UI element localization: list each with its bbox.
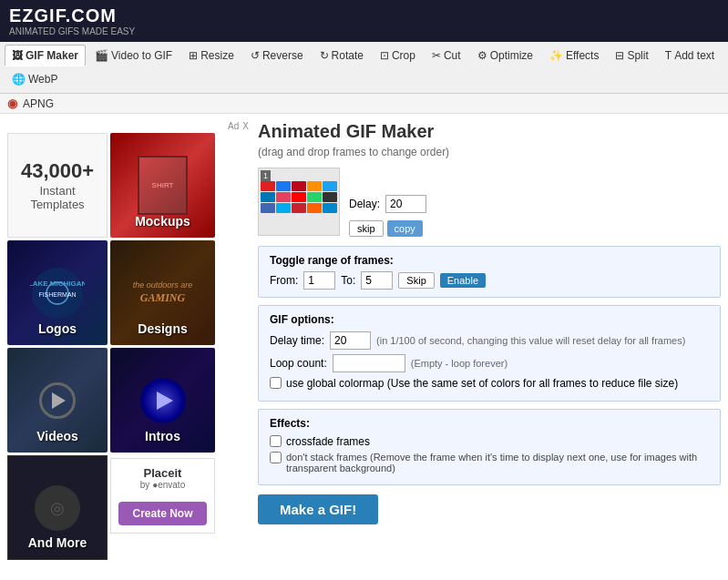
nav-webp[interactable]: 🌐 WebP xyxy=(5,68,65,90)
ad-intros-label: Intros xyxy=(110,429,215,443)
page-subtitle: (drag and drop frames to change order) xyxy=(258,146,721,158)
nav-add-text[interactable]: T Add text xyxy=(658,45,722,66)
logo: EZGIF.COM ANIMATED GIFS MADE EASY xyxy=(9,5,135,36)
nav-effects-label: Effects xyxy=(566,49,599,62)
nav-rotate-label: Rotate xyxy=(332,49,364,62)
logo-text: EZGIF.COM xyxy=(9,5,117,25)
nav-rotate[interactable]: ↻ Rotate xyxy=(313,45,371,66)
loop-input[interactable] xyxy=(333,354,405,372)
delay-input[interactable] xyxy=(385,195,426,213)
nav-crop-label: Crop xyxy=(392,49,415,62)
logos-icon: LAKE MICHIGAN FISHERMAN xyxy=(30,266,85,321)
ad-cell-intros[interactable]: Intros xyxy=(110,348,215,453)
nav-optimize-label: Optimize xyxy=(490,49,533,62)
crop-icon: ⊡ xyxy=(380,49,389,62)
from-input[interactable] xyxy=(303,271,335,290)
nav-effects[interactable]: ✨ Effects xyxy=(542,45,606,66)
svg-text:FISHERMAN: FISHERMAN xyxy=(38,291,76,298)
subnav: ◉ APNG xyxy=(0,94,728,114)
colormap-row: use global colormap (Use the same set of… xyxy=(270,377,709,390)
logo-tagline: ANIMATED GIFS MADE EASY xyxy=(9,26,135,36)
colormap-checkbox[interactable] xyxy=(270,377,282,389)
effects-icon: ✨ xyxy=(549,49,563,62)
template-count: 43,000+ xyxy=(21,159,94,183)
template-count-sub1: Instant xyxy=(39,184,75,198)
rotate-icon: ↻ xyxy=(320,49,329,62)
gif-delay-label: Delay time: xyxy=(270,334,324,347)
nav-webp-label: WebP xyxy=(28,73,57,86)
optimize-icon: ⚙ xyxy=(477,49,487,62)
ad-cell-videos[interactable]: Videos xyxy=(7,348,108,453)
placeit-box: Placeit by ●envato Create Now xyxy=(110,458,215,534)
delay-option-row: Delay time: (in 1/100 of second, changin… xyxy=(270,331,709,350)
nav-reverse-label: Reverse xyxy=(262,49,303,62)
effects-title: Effects: xyxy=(270,417,709,430)
frame-preview-area: 1 xyxy=(258,168,721,237)
gif-delay-hint: (in 1/100 of second, changing this value… xyxy=(376,335,685,346)
skip-button[interactable]: skip xyxy=(349,220,384,237)
crossfade-label: crossfade frames xyxy=(286,435,370,448)
nav-reverse[interactable]: ↺ Reverse xyxy=(243,45,311,66)
ad-cell-mockups[interactable]: SHIRT Mockups xyxy=(110,133,215,238)
ad-logos-label: Logos xyxy=(7,321,108,336)
svg-text:LAKE MICHIGAN: LAKE MICHIGAN xyxy=(30,280,85,288)
gif-maker-icon: 🖼 xyxy=(12,49,23,62)
gif-options-title: GIF options: xyxy=(270,313,709,326)
ad-cell-andmore[interactable]: ◎ And More xyxy=(7,455,108,560)
nav-cut-label: Cut xyxy=(444,49,461,62)
add-text-icon: T xyxy=(665,49,672,62)
nav-crop[interactable]: ⊡ Crop xyxy=(373,45,423,66)
ad-close-icon[interactable]: X xyxy=(242,121,249,131)
ad-cell-designs[interactable]: the outdoors areGAMING Designs xyxy=(110,240,215,345)
delay-label: Delay: xyxy=(349,198,380,210)
to-input[interactable] xyxy=(361,271,393,290)
ad-cell-logos[interactable]: LAKE MICHIGAN FISHERMAN Logos xyxy=(7,240,108,345)
nav-optimize[interactable]: ⚙ Optimize xyxy=(470,45,540,66)
nav-video-to-gif-label: Video to GIF xyxy=(111,49,172,62)
nav-split-label: Split xyxy=(627,49,648,62)
page-title: Animated GIF Maker xyxy=(258,121,721,142)
crossfade-checkbox[interactable] xyxy=(270,435,282,447)
nav-video-to-gif[interactable]: 🎬 Video to GIF xyxy=(87,45,179,66)
placeit-by: by ●envato xyxy=(118,480,207,490)
main-content: Ad X 43,000+ Instant Templates LAKE MICH… xyxy=(0,114,728,567)
create-now-button[interactable]: Create Now xyxy=(118,502,207,525)
nav-split[interactable]: ⊟ Split xyxy=(608,45,655,66)
copy-button[interactable]: copy xyxy=(387,220,423,237)
nav-gif-maker[interactable]: 🖼 GIF Maker xyxy=(5,45,86,66)
loop-option-row: Loop count: (Empty - loop forever) xyxy=(270,354,709,372)
toggle-range-section: Toggle range of frames: From: To: Skip E… xyxy=(258,246,721,298)
crossfade-row: crossfade frames xyxy=(270,435,709,448)
make-gif-button[interactable]: Make a GIF! xyxy=(258,494,378,524)
ad-designs-label: Designs xyxy=(110,321,215,336)
dont-stack-row: don't stack frames (Remove the frame whe… xyxy=(270,452,709,473)
ad-andmore-label: And More xyxy=(8,535,107,550)
effects-section: Effects: crossfade frames don't stack fr… xyxy=(258,409,721,485)
toggle-enable-button[interactable]: Enable xyxy=(440,273,486,288)
frame-thumbnail: 1 xyxy=(258,168,340,236)
dont-stack-checkbox[interactable] xyxy=(270,452,282,463)
apng-label[interactable]: APNG xyxy=(23,97,54,110)
header: EZGIF.COM ANIMATED GIFS MADE EASY xyxy=(0,0,728,42)
gif-options-section: GIF options: Delay time: (in 1/100 of se… xyxy=(258,305,721,402)
to-label: To: xyxy=(341,274,355,287)
resize-icon: ⊞ xyxy=(189,49,198,62)
gif-delay-input[interactable] xyxy=(330,331,371,350)
toggle-range-title: Toggle range of frames: xyxy=(270,254,709,267)
nav-add-text-label: Add text xyxy=(674,49,714,62)
frame-controls: Delay: skip copy xyxy=(349,168,426,237)
video-to-gif-icon: 🎬 xyxy=(95,49,108,62)
delay-row: Delay: xyxy=(349,195,426,213)
ad-panel: Ad X 43,000+ Instant Templates LAKE MICH… xyxy=(7,121,249,560)
nav-cut[interactable]: ✂ Cut xyxy=(425,45,468,66)
reverse-icon: ↺ xyxy=(251,49,260,62)
nav-resize-label: Resize xyxy=(200,49,234,62)
frame-number: 1 xyxy=(261,170,271,181)
template-count-sub2: Templates xyxy=(30,198,84,211)
toggle-skip-button[interactable]: Skip xyxy=(398,272,434,289)
loop-hint: (Empty - loop forever) xyxy=(411,358,508,369)
webp-icon: 🌐 xyxy=(12,73,26,86)
nav-resize[interactable]: ⊞ Resize xyxy=(181,45,241,66)
cut-icon: ✂ xyxy=(432,49,441,62)
split-icon: ⊟ xyxy=(615,49,624,62)
